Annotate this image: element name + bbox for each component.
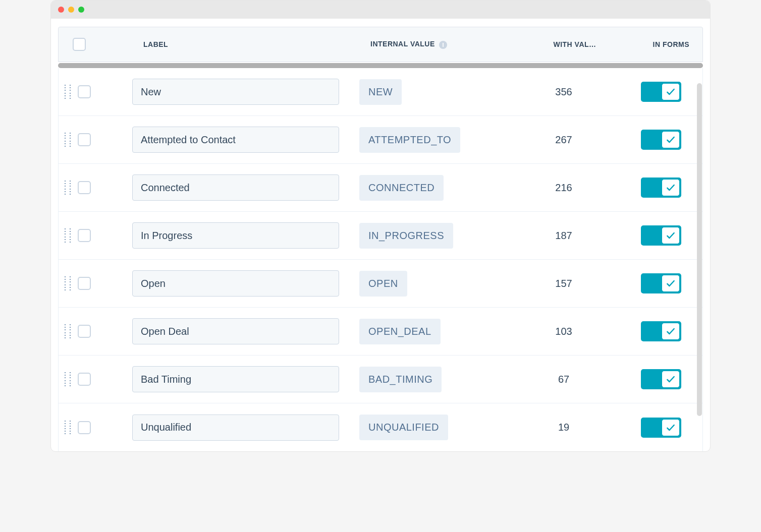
row-checkbox[interactable] <box>78 325 91 338</box>
label-cell <box>132 415 359 441</box>
label-cell <box>132 366 359 392</box>
in-forms-toggle[interactable] <box>641 225 681 246</box>
row-checkbox[interactable] <box>78 229 91 242</box>
row-checkbox[interactable] <box>78 133 91 146</box>
check-icon <box>666 374 676 384</box>
internal-value-cell: UNQUALIFIED <box>359 415 521 440</box>
row-checkbox[interactable] <box>78 373 91 386</box>
toggle-cell <box>607 130 687 150</box>
app-window: LABEL INTERNAL VALUE i WITH VAL… IN FORM… <box>50 0 711 452</box>
table-header-row: LABEL INTERNAL VALUE i WITH VAL… IN FORM… <box>58 27 703 62</box>
toggle-cell <box>607 321 687 341</box>
toggle-cell <box>607 273 687 293</box>
internal-value-cell: IN_PROGRESS <box>359 223 521 249</box>
toggle-knob <box>662 275 680 292</box>
internal-value: ATTEMPTED_TO <box>359 127 460 153</box>
label-input[interactable] <box>132 366 339 392</box>
count-cell: 19 <box>521 422 607 433</box>
internal-value-cell: ATTEMPTED_TO <box>359 127 521 153</box>
table-row: OPEN_DEAL103 <box>59 308 702 356</box>
internal-value-cell: OPEN <box>359 271 521 297</box>
vertical-scrollbar[interactable] <box>697 83 702 416</box>
in-forms-toggle[interactable] <box>641 418 681 438</box>
toggle-cell <box>607 369 687 389</box>
header-checkbox-cell <box>73 38 143 51</box>
drag-handle-icon[interactable] <box>65 372 71 386</box>
toggle-knob <box>662 323 680 340</box>
label-cell <box>132 270 359 297</box>
content-area: LABEL INTERNAL VALUE i WITH VAL… IN FORM… <box>51 19 710 451</box>
drag-handle-icon[interactable] <box>65 421 71 435</box>
label-input[interactable] <box>132 415 339 441</box>
internal-value: OPEN_DEAL <box>359 319 441 344</box>
count-cell: 187 <box>521 230 607 242</box>
column-header-internal-value[interactable]: INTERNAL VALUE i <box>370 40 532 48</box>
in-forms-toggle[interactable] <box>641 273 681 293</box>
table-row: OPEN157 <box>59 260 702 308</box>
table-body: NEW356ATTEMPTED_TO267CONNECTED216IN_PROG… <box>58 68 703 451</box>
drag-handle-icon[interactable] <box>65 324 71 338</box>
toggle-knob <box>662 371 680 388</box>
close-window-button[interactable] <box>58 7 64 13</box>
table-row: BAD_TIMING67 <box>59 356 702 403</box>
horizontal-scrollbar[interactable] <box>58 63 703 68</box>
in-forms-toggle[interactable] <box>641 369 681 389</box>
label-cell <box>132 127 359 153</box>
internal-value-cell: NEW <box>359 79 521 105</box>
select-all-checkbox[interactable] <box>73 38 86 51</box>
row-checkbox[interactable] <box>78 181 91 194</box>
table: LABEL INTERNAL VALUE i WITH VAL… IN FORM… <box>58 27 703 451</box>
row-handle-cell <box>62 421 132 435</box>
table-row: IN_PROGRESS187 <box>59 212 702 260</box>
label-input[interactable] <box>132 174 339 201</box>
drag-handle-icon[interactable] <box>65 181 71 195</box>
column-header-in-forms[interactable]: IN FORMS <box>618 40 698 48</box>
maximize-window-button[interactable] <box>78 7 84 13</box>
row-handle-cell <box>62 228 132 243</box>
label-input[interactable] <box>132 79 339 105</box>
drag-handle-icon[interactable] <box>65 85 71 99</box>
column-header-with-value[interactable]: WITH VAL… <box>532 40 618 48</box>
info-icon[interactable]: i <box>439 41 447 49</box>
in-forms-toggle[interactable] <box>641 178 681 198</box>
drag-handle-icon[interactable] <box>65 228 71 243</box>
internal-value-cell: OPEN_DEAL <box>359 319 521 344</box>
internal-value: OPEN <box>359 271 407 297</box>
row-checkbox[interactable] <box>78 421 91 434</box>
row-handle-cell <box>62 133 132 147</box>
check-icon <box>666 326 676 336</box>
row-checkbox[interactable] <box>78 277 91 290</box>
check-icon <box>666 278 676 288</box>
label-input[interactable] <box>132 127 339 153</box>
titlebar <box>51 1 710 19</box>
row-checkbox[interactable] <box>78 85 91 98</box>
toggle-cell <box>607 225 687 246</box>
check-icon <box>666 183 676 193</box>
table-row: ATTEMPTED_TO267 <box>59 116 702 164</box>
count-cell: 103 <box>521 326 607 337</box>
internal-value-cell: BAD_TIMING <box>359 367 521 392</box>
in-forms-toggle[interactable] <box>641 130 681 150</box>
count-cell: 216 <box>521 182 607 194</box>
toggle-knob <box>662 131 680 148</box>
drag-handle-icon[interactable] <box>65 133 71 147</box>
internal-value-cell: CONNECTED <box>359 175 521 201</box>
table-row: CONNECTED216 <box>59 164 702 212</box>
row-handle-cell <box>62 324 132 338</box>
label-input[interactable] <box>132 318 339 344</box>
check-icon <box>666 230 676 241</box>
label-input[interactable] <box>132 270 339 297</box>
internal-value: CONNECTED <box>359 175 444 201</box>
column-header-internal-value-text: INTERNAL VALUE <box>370 40 435 48</box>
column-header-label[interactable]: LABEL <box>143 40 370 48</box>
toggle-cell <box>607 82 687 102</box>
label-input[interactable] <box>132 222 339 249</box>
in-forms-toggle[interactable] <box>641 321 681 341</box>
check-icon <box>666 423 676 433</box>
count-cell: 67 <box>521 374 607 385</box>
in-forms-toggle[interactable] <box>641 82 681 102</box>
count-cell: 356 <box>521 86 607 98</box>
drag-handle-icon[interactable] <box>65 276 71 290</box>
minimize-window-button[interactable] <box>68 7 74 13</box>
toggle-knob <box>662 179 680 196</box>
